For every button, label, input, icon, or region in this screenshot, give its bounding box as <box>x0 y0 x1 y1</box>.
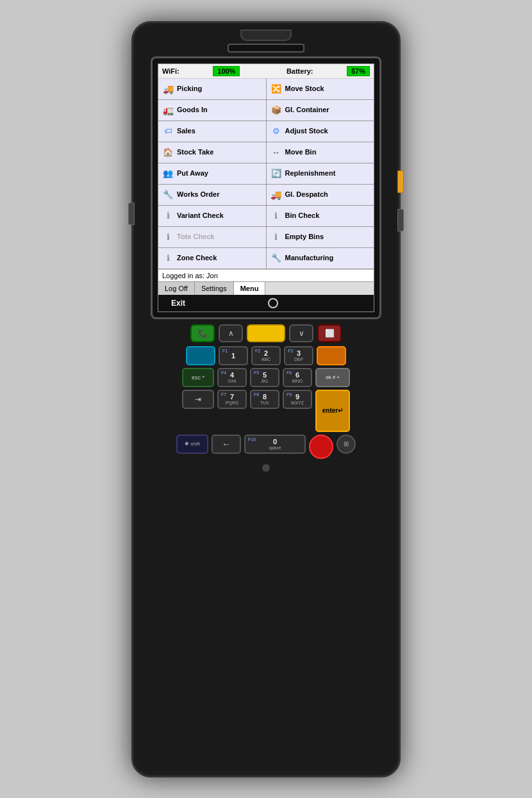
menu-stock-take[interactable]: 🏠 Stock Take <box>158 142 267 163</box>
orange-right-button[interactable] <box>317 346 346 365</box>
tabs-bar: Log Off Settings Menu <box>158 281 374 295</box>
menu-empty-bins[interactable]: ℹ Empty Bins <box>267 227 374 247</box>
side-button-scan[interactable] <box>397 170 404 193</box>
esc-key[interactable]: esc * <box>182 368 214 387</box>
side-button-right[interactable] <box>397 209 404 231</box>
f8-8-key[interactable]: F8 8 TUV <box>250 390 279 409</box>
bin-check-label: Bin Check <box>285 212 320 219</box>
gi-container-icon: 📦 <box>269 103 283 117</box>
func-row-2: esc * F4 4 GHI F5 5 JKL F6 6 MNO ok # + <box>151 368 381 387</box>
menu-row-4: 👥 Put Away 🔄 Replenishment <box>158 163 374 185</box>
gi-container-label: GI. Container <box>285 106 329 113</box>
bottom-dot <box>262 464 270 472</box>
menu-sales[interactable]: 🏷 Sales <box>158 121 267 142</box>
f6-6-key[interactable]: F6 6 MNO <box>283 368 312 387</box>
manufacturing-icon: 🔧 <box>269 251 283 265</box>
windows-key[interactable]: ⊞ <box>337 435 356 454</box>
move-bin-label: Move Bin <box>285 148 317 156</box>
menu-row-2: 🏷 Sales ⚙ Adjust Stock <box>158 121 374 142</box>
menu-adjust-stock[interactable]: ⚙ Adjust Stock <box>267 121 374 142</box>
goods-in-label: Goods In <box>177 106 208 113</box>
put-away-icon: 👥 <box>161 167 175 181</box>
menu-row-6: ℹ Variant Check ℹ Bin Check <box>158 206 374 227</box>
goods-in-icon: 🚛 <box>161 103 175 117</box>
menu-gi-despatch[interactable]: 🚚 GI. Despatch <box>267 185 374 205</box>
up-button[interactable]: ∧ <box>219 324 243 342</box>
logged-in-text: Logged in as: Jon <box>162 272 218 279</box>
enter-key[interactable]: enter↵ <box>315 390 350 432</box>
menu-replenishment[interactable]: 🔄 Replenishment <box>267 163 374 184</box>
adjust-stock-icon: ⚙ <box>269 124 283 138</box>
menu-gi-container[interactable]: 📦 GI. Container <box>267 100 374 121</box>
picking-icon: 🚚 <box>161 82 175 96</box>
f2-2-key[interactable]: F2 2 ABC <box>251 346 281 365</box>
menu-zone-check[interactable]: ℹ Zone Check <box>158 248 267 269</box>
battery-value: 57% <box>347 66 370 76</box>
menu-manufacturing[interactable]: 🔧 Manufacturing <box>267 248 374 269</box>
works-order-icon: 🔧 <box>161 188 175 202</box>
tab-menu[interactable]: Menu <box>234 282 266 295</box>
func-row-4: ✱ shift ← F10 0 space ⊞ <box>151 435 381 459</box>
ok-key[interactable]: ok # + <box>315 368 350 387</box>
tab-key[interactable]: ⇥ <box>182 390 214 409</box>
replenishment-icon: 🔄 <box>269 167 283 181</box>
side-button-left[interactable] <box>128 203 135 225</box>
down-button[interactable]: ∨ <box>289 324 313 342</box>
back-key[interactable]: ← <box>212 435 241 454</box>
menu-row-0: 🚚 Picking 🔀 Move Stock <box>158 79 374 100</box>
top-bumps <box>140 29 392 41</box>
f9-9-key[interactable]: F9 9 WXYZ <box>283 390 312 409</box>
func-row-3: ⇥ F7 7 PQRS F8 8 TUV F9 9 WXYZ enter↵ <box>151 390 381 432</box>
menu-move-bin[interactable]: ↔ Move Bin <box>267 142 374 163</box>
zone-check-icon: ℹ <box>161 251 175 265</box>
device: WiFi: 100% Battery: 57% 🚚 Picking 🔀 Move… <box>131 21 401 777</box>
f5-5-key[interactable]: F5 5 JKL <box>250 368 279 387</box>
tab-settings[interactable]: Settings <box>195 282 234 295</box>
menu-row-1: 🚛 Goods In 📦 GI. Container <box>158 100 374 121</box>
menu-row-3: 🏠 Stock Take ↔ Move Bin <box>158 142 374 163</box>
func-row-1: F1 1 F2 2 ABC F3 3 DEF <box>151 346 381 365</box>
put-away-label: Put Away <box>177 169 208 177</box>
move-bin-icon: ↔ <box>269 145 283 160</box>
empty-bins-icon: ℹ <box>269 230 283 244</box>
menu-picking[interactable]: 🚚 Picking <box>158 79 267 99</box>
menu-bin-check[interactable]: ℹ Bin Check <box>267 206 374 226</box>
red-key[interactable] <box>309 435 333 459</box>
yellow-button[interactable] <box>247 324 285 342</box>
bin-check-icon: ℹ <box>269 209 283 223</box>
antenna-bump <box>240 29 292 41</box>
menu-row-8: ℹ Zone Check 🔧 Manufacturing <box>158 248 374 269</box>
menu-put-away[interactable]: 👥 Put Away <box>158 163 267 184</box>
teal-left-button[interactable] <box>186 346 215 365</box>
f7-7-key[interactable]: F7 7 PQRS <box>217 390 247 409</box>
wifi-label: WiFi: <box>162 67 179 75</box>
end-button[interactable]: ⬜ <box>317 324 342 342</box>
f3-3-key[interactable]: F3 3 DEF <box>284 346 313 365</box>
exit-label[interactable]: Exit <box>171 299 185 308</box>
f10-0-key[interactable]: F10 0 space <box>244 435 306 454</box>
wifi-value: 100% <box>213 66 240 76</box>
scan-window <box>228 44 304 53</box>
empty-bins-label: Empty Bins <box>285 233 324 240</box>
call-button[interactable]: 📞 <box>190 324 215 342</box>
replenishment-label: Replenishment <box>285 169 336 177</box>
gi-despatch-label: GI. Despatch <box>285 190 328 198</box>
menu-move-stock[interactable]: 🔀 Move Stock <box>267 79 374 99</box>
shift-key[interactable]: ✱ shift <box>176 435 208 454</box>
manufacturing-label: Manufacturing <box>285 254 334 262</box>
tab-logoff[interactable]: Log Off <box>158 282 195 295</box>
status-bar: WiFi: 100% Battery: 57% <box>158 64 374 79</box>
keypad: 📞 ∧ ∨ ⬜ F1 1 F2 2 ABC F3 3 DEF <box>151 324 381 472</box>
menu-row-7: ℹ Tote Check ℹ Empty Bins <box>158 227 374 248</box>
adjust-stock-label: Adjust Stock <box>285 127 328 135</box>
screen: WiFi: 100% Battery: 57% 🚚 Picking 🔀 Move… <box>158 63 374 312</box>
f4-4-key[interactable]: F4 4 GHI <box>217 368 247 387</box>
stock-take-icon: 🏠 <box>161 145 175 160</box>
menu-tote-check[interactable]: ℹ Tote Check <box>158 227 267 247</box>
menu-works-order[interactable]: 🔧 Works Order <box>158 185 267 205</box>
screen-bezel: WiFi: 100% Battery: 57% 🚚 Picking 🔀 Move… <box>151 56 381 319</box>
menu-variant-check[interactable]: ℹ Variant Check <box>158 206 267 226</box>
home-button[interactable] <box>268 298 278 308</box>
menu-goods-in[interactable]: 🚛 Goods In <box>158 100 267 121</box>
f1-1-key[interactable]: F1 1 <box>219 346 248 365</box>
